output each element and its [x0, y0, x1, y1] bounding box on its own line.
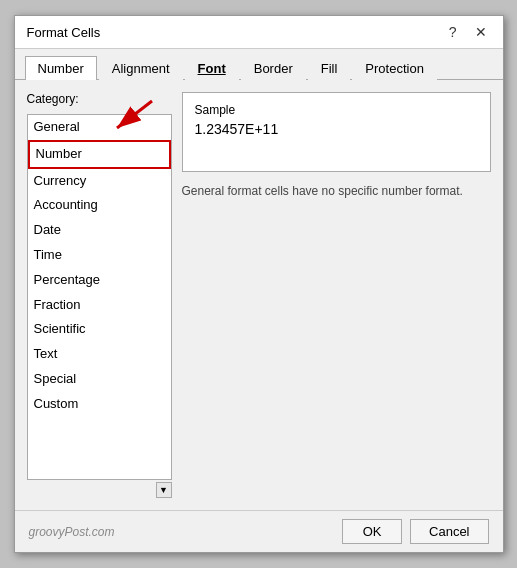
cancel-button[interactable]: Cancel	[410, 519, 488, 544]
dialog-footer: groovyPost.com OK Cancel	[15, 510, 503, 552]
tabs-bar: Number Alignment Font Border Fill Protec…	[15, 49, 503, 80]
list-item[interactable]: Text	[28, 342, 171, 367]
list-item[interactable]: Percentage	[28, 268, 171, 293]
list-item[interactable]: Fraction	[28, 293, 171, 318]
title-controls: ? ✕	[445, 24, 491, 40]
format-cells-dialog: Format Cells ? ✕ Number Alignment Font B…	[14, 15, 504, 553]
dialog-title: Format Cells	[27, 25, 101, 40]
help-button[interactable]: ?	[445, 24, 461, 40]
footer-buttons: OK Cancel	[342, 519, 488, 544]
sample-box: Sample 1.23457E+11	[182, 92, 491, 172]
left-panel: Category: General Number Currency	[27, 92, 172, 498]
tab-border[interactable]: Border	[241, 56, 306, 80]
tab-alignment[interactable]: Alignment	[99, 56, 183, 80]
list-item[interactable]: Currency	[28, 169, 171, 194]
list-item[interactable]: Accounting	[28, 193, 171, 218]
watermark-text: groovyPost.com	[29, 525, 115, 539]
tab-font[interactable]: Font	[185, 56, 239, 80]
list-item[interactable]: General	[28, 115, 171, 140]
list-item[interactable]: Scientific	[28, 317, 171, 342]
tab-protection[interactable]: Protection	[352, 56, 437, 80]
tab-fill[interactable]: Fill	[308, 56, 351, 80]
category-list-container[interactable]: General Number Currency Accounting Date …	[27, 114, 172, 480]
category-label: Category:	[27, 92, 172, 106]
list-item[interactable]: Time	[28, 243, 171, 268]
category-list-scroll[interactable]: General Number Currency Accounting Date …	[28, 115, 171, 479]
sample-value: 1.23457E+11	[195, 121, 478, 137]
tab-number[interactable]: Number	[25, 56, 97, 80]
scroll-down-arrow[interactable]: ▼	[156, 482, 172, 498]
right-panel: Sample 1.23457E+11 General format cells …	[182, 92, 491, 498]
sample-label: Sample	[195, 103, 478, 117]
list-item[interactable]: Date	[28, 218, 171, 243]
list-item-number[interactable]: Number	[28, 140, 171, 169]
title-bar: Format Cells ? ✕	[15, 16, 503, 49]
tab-content: Category: General Number Currency	[15, 80, 503, 510]
list-item[interactable]: Custom	[28, 392, 171, 417]
ok-button[interactable]: OK	[342, 519, 402, 544]
close-button[interactable]: ✕	[471, 24, 491, 40]
description-text: General format cells have no specific nu…	[182, 180, 491, 202]
list-item[interactable]: Special	[28, 367, 171, 392]
